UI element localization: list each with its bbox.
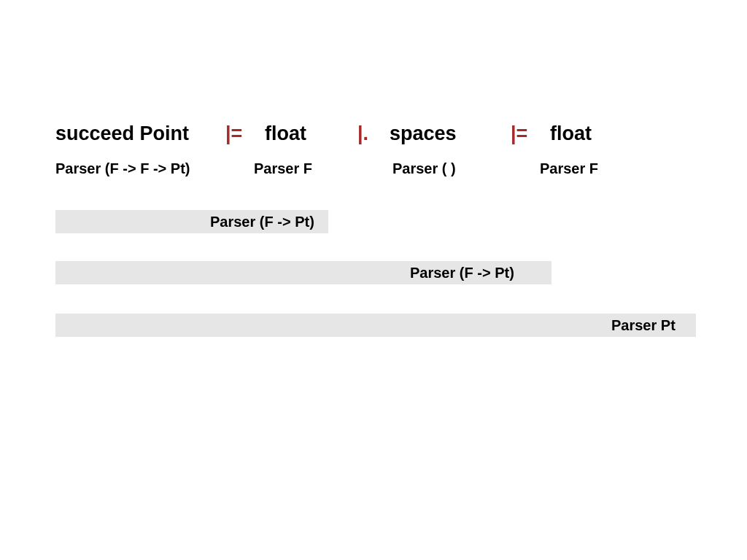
type-float-1: Parser F: [254, 160, 312, 177]
op-pipe-dot: |.: [357, 122, 368, 145]
op-pipe-equals-1: |=: [225, 122, 242, 145]
type-spaces: Parser ( ): [392, 160, 456, 177]
bar-3-label: Parser Pt: [611, 314, 676, 337]
expr-float-2: float: [550, 122, 592, 145]
expr-succeed-point: succeed Point: [55, 122, 189, 145]
bar-3: [55, 314, 696, 337]
type-succeed-point: Parser (F -> F -> Pt): [55, 160, 190, 177]
expr-spaces: spaces: [390, 122, 457, 145]
expr-float-1: float: [265, 122, 306, 145]
bar-2-label: Parser (F -> Pt): [410, 261, 514, 284]
op-pipe-equals-2: |=: [511, 122, 527, 145]
bar-1-label: Parser (F -> Pt): [210, 210, 314, 233]
type-float-2: Parser F: [540, 160, 598, 177]
